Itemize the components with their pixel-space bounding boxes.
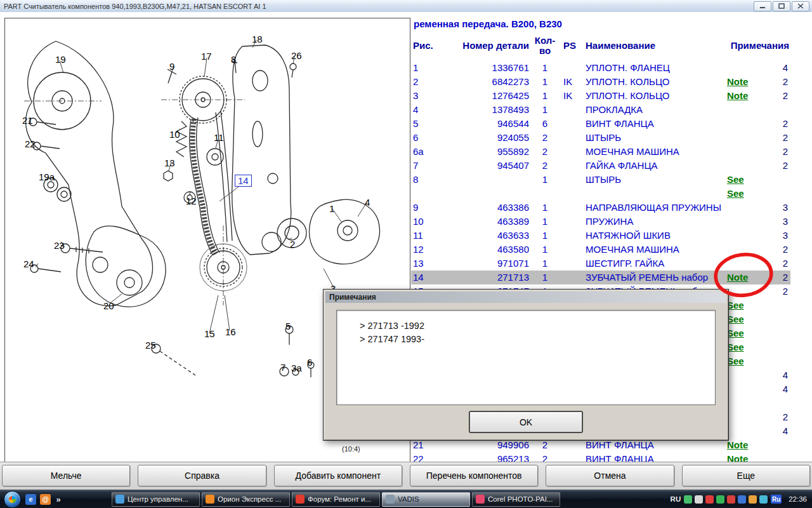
command-button[interactable]: Справка — [138, 465, 266, 486]
diagram-label-1[interactable]: 1 — [329, 203, 335, 214]
diagram-label-14[interactable]: 14 — [235, 175, 252, 187]
table-row[interactable]: 139710711ШЕСТИГР. ГАЙКА2 — [411, 257, 790, 271]
cell-name: МОЕЧНАЯ МАШИНА — [582, 243, 727, 257]
cell-part-number: 971071 — [443, 257, 529, 271]
taskbar-task[interactable]: Центр управлен... — [112, 492, 200, 507]
table-row[interactable]: 124635801МОЕЧНАЯ МАШИНА2 — [411, 243, 790, 257]
diagram-label-20[interactable]: 20 — [103, 300, 115, 311]
note-link[interactable]: See — [727, 312, 769, 326]
diagram-label-22[interactable]: 22 — [24, 138, 36, 149]
note-link[interactable]: Note — [727, 271, 769, 284]
diagram-label-26[interactable]: 26 — [291, 50, 303, 61]
table-row[interactable]: 229652132ВИНТ ФЛАНЦАNote — [411, 452, 790, 462]
header-fig: Рис. — [411, 34, 443, 51]
diagram-label-2[interactable]: 2 — [289, 239, 296, 250]
cell-qty: 2 — [529, 131, 561, 145]
cell-fig: 7 — [411, 159, 443, 173]
diagram-label-6[interactable]: 6 — [306, 357, 313, 368]
tray-icon[interactable] — [759, 495, 768, 504]
note-link[interactable]: See — [727, 326, 769, 340]
diagram-label-7[interactable]: 7 — [280, 362, 286, 373]
cell-name: НАПРАВЛЯЮЩАЯ ПРУЖИНЫ — [582, 201, 727, 215]
cell-name: УПЛОТН. КОЛЬЦО — [582, 75, 727, 89]
cell-qty: 1 — [529, 271, 561, 284]
quicklaunch-icon-1[interactable]: e — [25, 494, 36, 505]
table-row[interactable]: 142717131ЗУБЧАТЫЙ РЕМЕНЬ наборNote2 — [411, 271, 790, 284]
note-link[interactable]: Note — [727, 438, 769, 452]
diagram-label-16[interactable]: 16 — [225, 326, 237, 337]
table-row[interactable]: 413784931ПРОКЛАДКА — [411, 103, 790, 117]
command-button[interactable]: Мельче — [2, 465, 130, 486]
note-link[interactable]: See — [727, 354, 769, 368]
diagram-label-17[interactable]: 17 — [200, 51, 213, 62]
diagram-label-13[interactable]: 13 — [164, 157, 176, 168]
close-button[interactable] — [792, 1, 809, 11]
diagram-label-12[interactable]: 12 — [185, 196, 197, 206]
table-row[interactable]: 113367611УПЛОТН. ФЛАНЕЦ4 — [411, 61, 790, 75]
language-indicator[interactable]: RU — [671, 495, 681, 503]
diagram-label-24[interactable]: 24 — [23, 258, 35, 269]
table-row[interactable]: 312764251IKУПЛОТН. КОЛЬЦОNote2 — [411, 89, 790, 103]
tray-icon[interactable] — [716, 495, 724, 504]
diagram-label-19[interactable]: 19 — [55, 54, 67, 65]
cell-qty: 1 — [529, 229, 561, 243]
table-row[interactable]: 104633891ПРУЖИНА3 — [411, 215, 790, 229]
tray-icon[interactable] — [705, 495, 714, 504]
cell-part-number: 463386 — [443, 201, 529, 215]
note-link[interactable]: Note — [727, 89, 769, 103]
table-row[interactable]: 59465446ВИНТ ФЛАНЦА2 — [411, 117, 790, 131]
diagram-label-3a[interactable]: 3a — [291, 363, 303, 373]
table-row[interactable]: 114636331НАТЯЖНОЙ ШКИВ3 — [411, 229, 790, 243]
diagram-label-18[interactable]: 18 — [251, 34, 263, 44]
table-row[interactable]: 6a9558922МОЕЧНАЯ МАШИНА2 — [411, 145, 790, 159]
maximize-icon — [778, 3, 785, 9]
taskbar-task[interactable]: Corel PHOTO-PAI... — [472, 492, 560, 507]
cell-note-ref: 4 — [769, 61, 789, 75]
diagram-label-10[interactable]: 10 — [169, 129, 181, 140]
taskbar-task[interactable]: Орион Экспресс ... — [202, 492, 290, 507]
quicklaunch-icon-2[interactable]: @ — [40, 494, 51, 505]
taskbar-task[interactable]: VADIS — [382, 492, 470, 507]
diagram-label-21[interactable]: 21 — [22, 115, 34, 126]
taskbar-task[interactable]: Форум: Ремонт и... — [292, 492, 380, 507]
maximize-button[interactable] — [773, 1, 790, 11]
cell-notes: Note — [727, 271, 769, 284]
table-row[interactable]: 94633861НАПРАВЛЯЮЩАЯ ПРУЖИНЫ3 — [411, 201, 790, 215]
ok-button[interactable]: OK — [469, 411, 582, 432]
table-row[interactable]: 69240552ШТЫРЬ2 — [411, 131, 790, 145]
table-row[interactable]: 79454072ГАЙКА ФЛАНЦА2 — [411, 159, 790, 173]
start-button[interactable] — [4, 491, 21, 508]
note-link[interactable]: See — [727, 187, 769, 201]
note-link[interactable]: Note — [727, 75, 769, 89]
minimize-button[interactable] — [754, 1, 771, 11]
note-link[interactable]: See — [727, 173, 769, 187]
command-button[interactable]: Перечень компонентов — [410, 465, 538, 486]
diagram-label-19a[interactable]: 19a — [38, 171, 55, 182]
diagram-label-11[interactable]: 11 — [213, 132, 225, 143]
note-link[interactable]: See — [727, 340, 769, 354]
tray-icon[interactable] — [695, 495, 703, 504]
command-button[interactable]: Еще — [682, 465, 810, 486]
diagram-label-8[interactable]: 8 — [230, 54, 237, 65]
tray-icon[interactable] — [738, 495, 746, 504]
note-link[interactable]: Note — [727, 452, 769, 462]
tray-icon[interactable] — [684, 495, 692, 504]
diagram-label-15[interactable]: 15 — [204, 328, 216, 339]
diagram-label-23[interactable]: 23 — [53, 240, 65, 251]
diagram-label-4[interactable]: 4 — [364, 197, 370, 208]
diagram-label-5[interactable]: 5 — [285, 321, 291, 331]
tray-icon[interactable] — [727, 495, 735, 504]
dialog-titlebar[interactable]: Примечания — [325, 291, 726, 303]
diagram-label-9[interactable]: 9 — [169, 61, 175, 72]
quicklaunch-overflow[interactable]: » — [55, 494, 62, 505]
table-row[interactable]: 81ШТЫРЬSeeSee — [411, 173, 790, 201]
cell-note-ref: 2 — [769, 257, 789, 271]
note-link[interactable]: See — [727, 298, 769, 312]
table-row[interactable]: 268422731IKУПЛОТН. КОЛЬЦОNote2 — [411, 75, 790, 89]
tray-icon[interactable] — [749, 495, 757, 504]
language-badge-icon[interactable]: Ru — [771, 495, 782, 504]
command-button[interactable]: Добавить компонент — [274, 465, 402, 486]
diagram-label-25[interactable]: 25 — [145, 340, 157, 351]
command-button[interactable]: Отмена — [546, 465, 674, 486]
cell-fig: 2 — [411, 75, 443, 89]
